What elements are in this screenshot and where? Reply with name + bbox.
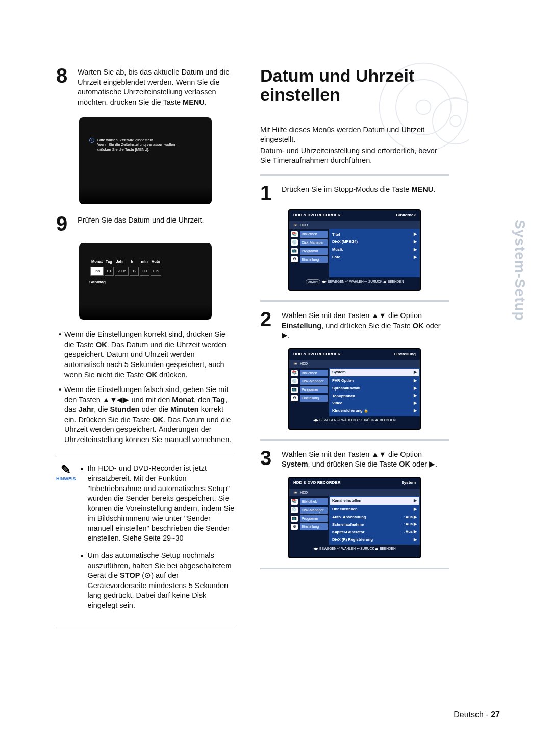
intro-2: Datum- und Uhrzeiteinstellung sind erfor… (260, 146, 449, 166)
osd-screenshot-date: Monat Tag Jahr h min Auto Jan 01 2006 12… (79, 243, 212, 320)
separator (260, 174, 449, 176)
osd-menu-bibliothek: HDD & DVD RECORDERBibliothek 📼 HDD 📚Bibl… (288, 209, 421, 291)
step-1: 1 Drücken Sie im Stopp-Modus die Taste M… (260, 184, 449, 202)
step-number-8: 8 (56, 66, 72, 107)
info-icon: i (89, 138, 94, 143)
note-icon: ✎ HINWEIS (56, 464, 76, 618)
divider (56, 454, 235, 454)
intro-1: Mit Hilfe dieses Menüs werden Datum und … (260, 125, 449, 145)
separator (260, 439, 449, 441)
step-2: 2 Wählen Sie mit den Tasten ▲▼ die Optio… (260, 310, 449, 341)
bullet-incorrect: Wenn die Einstellungen falsch sind, gebe… (59, 385, 235, 445)
bullets-step9: Wenn die Einstellungen korrekt sind, drü… (56, 330, 235, 445)
svg-point-2 (416, 100, 431, 115)
step-3: 3 Wählen Sie mit den Tasten ▲▼ die Optio… (260, 449, 449, 470)
separator (260, 300, 449, 302)
svg-point-4 (450, 115, 461, 127)
step-9: 9 Prüfen Sie das Datum und die Uhrzeit. (56, 214, 235, 233)
step-9-text: Prüfen Sie das Datum und die Uhrzeit. (78, 214, 235, 233)
bullet-correct: Wenn die Einstellungen korrekt sind, drü… (59, 330, 235, 380)
section-tab: System-Setup (510, 220, 530, 321)
note-1: Ihr HDD- und DVD-Recorder ist jetzt eins… (81, 464, 235, 544)
right-column: Datum und Uhrzeit einstellen Mit Hilfe d… (260, 66, 449, 637)
section-title: Datum und Uhrzeit einstellen (260, 66, 449, 105)
divider (56, 627, 235, 627)
note-2: Um das automatische Setup nochmals auszu… (81, 551, 235, 611)
step-8-text: Warten Sie ab, bis das aktuelle Datum un… (78, 66, 235, 107)
step-8: 8 Warten Sie ab, bis das aktuelle Datum … (56, 66, 235, 107)
separator (260, 568, 449, 569)
note-block: ✎ HINWEIS Ihr HDD- und DVD-Recorder ist … (56, 464, 235, 618)
left-column: 8 Warten Sie ab, bis das aktuelle Datum … (56, 66, 235, 637)
osd-menu-einstellung: HDD & DVD RECORDEREinstellung 📼 HDD 📚Bib… (288, 348, 421, 430)
page-footer: Deutsch - 27 (454, 709, 500, 720)
osd-weekday: Sonntag (89, 280, 202, 285)
step-number-9: 9 (56, 214, 72, 233)
osd-screenshot-wait: i Bitte warten. Zeit wird eingestellt. W… (79, 117, 212, 204)
osd-menu-system: HDD & DVD RECORDERSystem 📼 HDD 📚Biblioth… (288, 477, 421, 558)
